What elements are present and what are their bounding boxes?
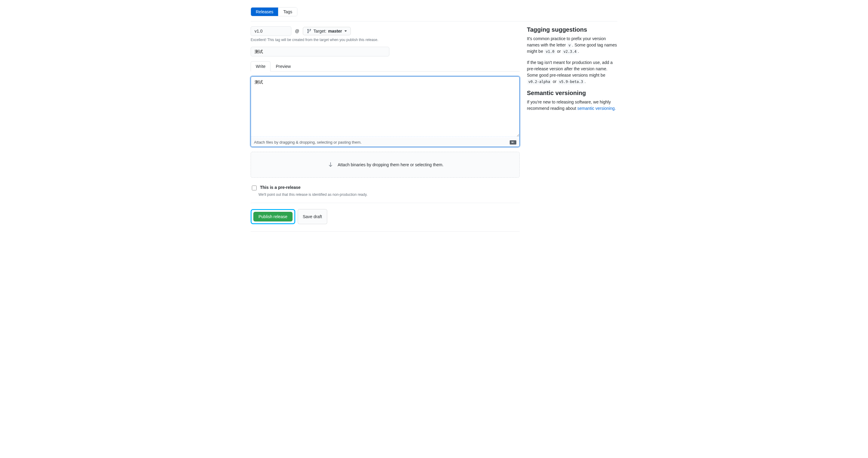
git-branch-icon: [307, 29, 312, 33]
tab-preview[interactable]: Preview: [271, 61, 296, 71]
tagging-suggestions-heading: Tagging suggestions: [527, 26, 617, 33]
prerelease-label[interactable]: This is a pre-release: [260, 185, 301, 190]
publish-highlight: Publish release: [251, 209, 295, 224]
divider: [251, 21, 617, 22]
release-description-textarea[interactable]: 测试: [251, 77, 519, 137]
tag-status-note: Excellent! This tag will be created from…: [251, 38, 520, 42]
tab-tags[interactable]: Tags: [278, 7, 297, 16]
release-title-input[interactable]: [251, 47, 390, 56]
at-symbol: @: [295, 29, 299, 33]
target-branch-name: master: [328, 29, 342, 33]
target-branch-button[interactable]: Target: master: [303, 27, 351, 35]
attach-files-hint[interactable]: Attach files by dragging & dropping, sel…: [254, 140, 362, 145]
tagging-p1: It's common practice to prefix your vers…: [527, 36, 617, 55]
tab-releases[interactable]: Releases: [251, 7, 278, 16]
arrow-down-icon: [327, 161, 334, 169]
semver-heading: Semantic versioning: [527, 90, 617, 96]
description-editor: 测试 Attach files by dragging & dropping, …: [251, 76, 520, 147]
tab-write[interactable]: Write: [251, 61, 271, 71]
semver-link[interactable]: semantic versioning.: [577, 106, 616, 111]
divider: [251, 232, 520, 232]
tag-version-input[interactable]: [251, 26, 291, 36]
publish-release-button[interactable]: Publish release: [253, 212, 292, 221]
semver-p: If you're new to releasing software, we …: [527, 99, 617, 112]
save-draft-button[interactable]: Save draft: [298, 209, 327, 224]
subnav: Releases Tags: [251, 7, 298, 16]
prerelease-note: We'll point out that this release is ide…: [258, 192, 520, 197]
chevron-down-icon: [344, 30, 347, 32]
tagging-p2: If the tag isn't meant for production us…: [527, 59, 617, 85]
editor-tabs: Write Preview: [251, 61, 520, 71]
binaries-dropzone[interactable]: Attach binaries by dropping them here or…: [251, 152, 520, 178]
markdown-icon[interactable]: M↓: [510, 140, 516, 145]
binaries-hint-text: Attach binaries by dropping them here or…: [338, 162, 444, 167]
target-label: Target:: [313, 29, 326, 33]
prerelease-checkbox[interactable]: [252, 186, 257, 190]
